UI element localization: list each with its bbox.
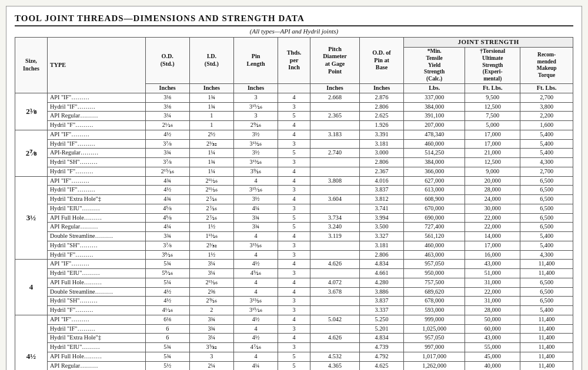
cell-tensile: 613,000 [404, 186, 465, 195]
cell-pin: 3¹⁵⁄₁₆ [233, 306, 278, 315]
cell-torsional: 9,000 [465, 167, 520, 176]
cell-id: 3¾ [189, 324, 233, 334]
cell-tensile: 391,100 [404, 112, 465, 121]
cell-torque: 5,400 [520, 149, 573, 158]
cell-pitch: 3.808 [310, 176, 360, 186]
cell-pitch [310, 343, 360, 352]
cell-id: 2¹¹⁄₁₆ [189, 186, 233, 195]
cell-pin: 3 [233, 93, 278, 102]
cell-torsional: 51,000 [465, 269, 520, 278]
cell-od_base: 3.391 [359, 130, 403, 139]
type-cell: Hydril "Extra Hole"‡ [47, 195, 145, 204]
cell-od_base: 3.337 [359, 306, 403, 315]
cell-torsional: 17,000 [465, 130, 520, 139]
cell-torsional: 5,000 [465, 121, 520, 130]
cell-torsional: 24,000 [465, 195, 520, 204]
cell-torque: 11,400 [520, 269, 573, 278]
type-cell: Hydril "IF"……… [47, 139, 145, 149]
cell-tensile: 757,500 [404, 278, 465, 287]
type-cell: API "IF"……… [47, 315, 145, 324]
cell-od_base: 3.500 [359, 223, 403, 232]
cell-od: 5¼ [145, 278, 189, 287]
type-cell: Hydril "F"……… [47, 306, 145, 315]
cell-id: 2⁷⁄₁₆ [189, 213, 233, 223]
cell-thds: 3 [278, 241, 310, 250]
cell-tensile: 514,250 [404, 149, 465, 158]
cell-pitch [310, 241, 360, 250]
cell-thds: 3 [278, 186, 310, 195]
type-cell: API "IF"……… [47, 260, 145, 269]
type-cell: Hydril "SH"……… [47, 297, 145, 306]
cell-thds: 4 [278, 315, 310, 324]
cell-pitch: 3.183 [310, 130, 360, 139]
cell-thds: 5 [278, 112, 310, 121]
cell-id: 2 [189, 306, 233, 315]
cell-pitch: 3.604 [310, 195, 360, 204]
type-cell: Hydril "IF"……… [47, 186, 145, 195]
cell-id: 2⁷⁄₁₆ [189, 204, 233, 213]
cell-pitch [310, 269, 360, 278]
cell-pin: 4 [233, 352, 278, 361]
cell-id: 1 [189, 112, 233, 121]
cell-pin: 2⁹⁄₁₆ [233, 121, 278, 130]
cell-pitch: 4.365 [310, 361, 360, 370]
cell-torque: 5,400 [520, 232, 573, 241]
cell-od: 5½ [145, 361, 189, 370]
type-cell: Hydril "EIU"……… [47, 343, 145, 352]
cell-thds: 4 [278, 260, 310, 269]
cell-od: 3⁷⁄₈ [145, 241, 189, 250]
cell-torque: 5,400 [520, 306, 573, 315]
cell-id: 2³⁄₃₂ [189, 241, 233, 250]
cell-od_base: 4.625 [359, 361, 403, 370]
cell-id: 2⅜ [189, 287, 233, 297]
cell-thds: 4 [278, 167, 310, 176]
cell-tensile: 950,000 [404, 269, 465, 278]
col-od-unit: Inches [145, 84, 189, 93]
type-cell: Double Streamline……… [47, 287, 145, 297]
cell-od_base: 2.806 [359, 102, 403, 112]
cell-torque: 4,300 [520, 158, 573, 167]
col-pitch-unit: Inches [310, 84, 360, 93]
cell-od_base: 4.661 [359, 269, 403, 278]
cell-thds: 3 [278, 139, 310, 149]
cell-thds: 3 [278, 250, 310, 260]
type-cell: API "IF"……… [47, 93, 145, 102]
cell-tensile: 678,000 [404, 297, 465, 306]
cell-tensile: 1,262,000 [404, 361, 465, 370]
cell-od_base: 2.806 [359, 250, 403, 260]
cell-id: 1½ [189, 250, 233, 260]
cell-pin: 3¹³⁄₁₆ [233, 139, 278, 149]
cell-id: 2¹¹⁄₁₆ [189, 176, 233, 186]
cell-od: 3⁷⁄₈ [145, 139, 189, 149]
cell-od_base: 3.741 [359, 204, 403, 213]
cell-torque: 6,500 [520, 297, 573, 306]
cell-thds: 4 [278, 176, 310, 186]
cell-thds: 4 [278, 195, 310, 204]
cell-thds: 4 [278, 287, 310, 297]
cell-pitch: 3.119 [310, 232, 360, 241]
cell-od_base: 3.812 [359, 195, 403, 204]
cell-od_base: 3.181 [359, 139, 403, 149]
cell-id: 2⁹⁄₁₆ [189, 297, 233, 306]
cell-pin: 3 [233, 112, 278, 121]
type-cell: API "IF"……… [47, 176, 145, 186]
type-cell: API Regular……… [47, 223, 145, 232]
cell-pitch [310, 324, 360, 334]
cell-od: 3⁷⁄₈ [145, 158, 189, 167]
cell-od_base: 3.327 [359, 232, 403, 241]
cell-od: 5⁹⁄₁₆ [145, 269, 189, 278]
col-od: O.D.(Std.) [145, 38, 189, 84]
page-title: TOOL JOINT THREADS—DIMENSIONS AND STRENG… [15, 14, 573, 26]
cell-od_base: 3.181 [359, 241, 403, 250]
cell-torque: 11,400 [520, 260, 573, 269]
cell-od: 5¾ [145, 343, 189, 352]
cell-tensile: 957,050 [404, 260, 465, 269]
cell-torsional: 7,500 [465, 112, 520, 121]
type-cell: Hydril "EIU"……… [47, 269, 145, 278]
cell-thds: 5 [278, 223, 310, 232]
cell-od: 6 [145, 334, 189, 343]
cell-torque: 11,400 [520, 352, 573, 361]
cell-od: 6⅛ [145, 315, 189, 324]
cell-od: 5¾ [145, 352, 189, 361]
cell-torque: 2,700 [520, 167, 573, 176]
